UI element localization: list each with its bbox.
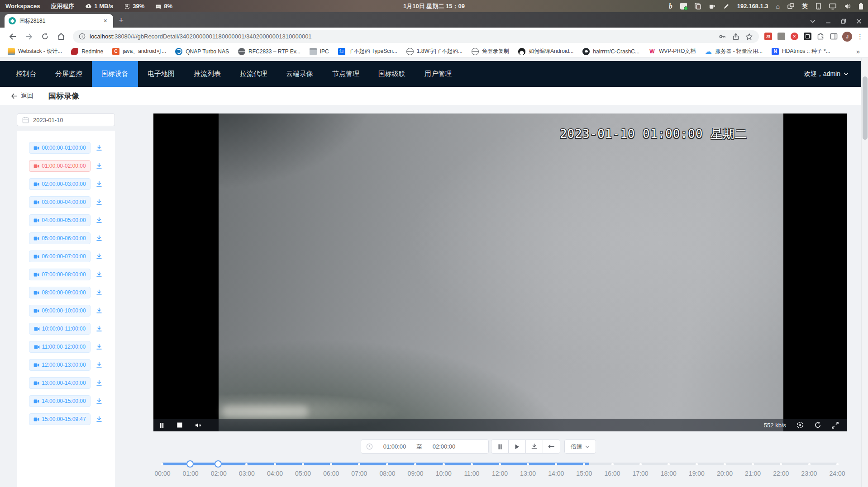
range-end-input[interactable] — [422, 443, 466, 450]
bookmark-item[interactable]: IPC — [305, 47, 333, 57]
download-icon[interactable] — [95, 397, 103, 405]
seek-back-button[interactable] — [543, 440, 560, 454]
recording-segment-button[interactable]: 01:00:00-02:00:00 — [29, 160, 91, 172]
browser-menu-icon[interactable]: ⋮ — [857, 33, 863, 41]
coffee-icon[interactable] — [709, 3, 715, 9]
profile-avatar[interactable]: J — [842, 32, 852, 42]
pause-icon[interactable] — [159, 422, 164, 428]
home-icon[interactable]: ⌂ — [776, 3, 780, 10]
nav-item[interactable]: 电子地图 — [138, 61, 184, 87]
nav-item[interactable]: 控制台 — [6, 61, 46, 87]
ip-address[interactable]: 192.168.1.3 — [737, 3, 768, 9]
nav-item[interactable]: 国标级联 — [369, 61, 415, 87]
reload-icon[interactable] — [41, 33, 49, 40]
extensions-puzzle-icon[interactable] — [817, 33, 825, 40]
download-button[interactable] — [525, 440, 543, 454]
dark-extension-icon[interactable] — [804, 33, 811, 40]
clipboard-icon[interactable] — [695, 3, 701, 9]
site-info-icon[interactable] — [79, 33, 86, 40]
recording-segment-button[interactable]: 02:00:00-03:00:00 — [29, 178, 91, 190]
pen-icon[interactable] — [723, 3, 730, 9]
window-switcher-icon[interactable] — [787, 3, 794, 9]
scrollbar-thumb[interactable] — [863, 76, 868, 140]
recording-segment-button[interactable]: 10:00:00-11:00:00 — [29, 323, 91, 335]
keepass-extension-icon[interactable] — [777, 33, 785, 40]
stop-icon[interactable] — [177, 422, 182, 428]
download-icon[interactable] — [95, 217, 103, 224]
new-tab-button[interactable]: + — [119, 15, 124, 25]
bookmark-star-icon[interactable] — [745, 33, 753, 40]
bookmark-item[interactable]: 1.8W字|了不起的... — [402, 46, 467, 57]
bookmark-item[interactable]: HDAtmos :: 种子 *... — [768, 46, 835, 57]
back-icon[interactable] — [9, 33, 17, 40]
nav-item[interactable]: 分屏监控 — [46, 61, 92, 87]
workspaces-button[interactable]: Workspaces — [5, 3, 40, 9]
bookmark-item[interactable]: 了不起的 TypeScri... — [334, 46, 401, 57]
forward-icon[interactable] — [25, 33, 33, 40]
timeline-handle-start[interactable] — [186, 460, 194, 468]
recording-segment-button[interactable]: 06:00:00-07:00:00 — [29, 251, 91, 262]
bookmark-item[interactable]: 服务器 - 轻量应用... — [701, 46, 767, 57]
recording-segment-button[interactable]: 03:00:00-04:00:00 — [29, 196, 91, 208]
bookmark-item[interactable]: RFC2833 – RTP Ev... — [234, 47, 305, 57]
mute-icon[interactable] — [195, 422, 202, 428]
timeline-handle-end[interactable] — [215, 460, 222, 468]
input-method-indicator[interactable]: 英 — [802, 2, 808, 10]
volume-icon[interactable] — [844, 3, 851, 9]
recording-segment-button[interactable]: 15:00:00-15:09:47 — [29, 413, 91, 425]
applications-button[interactable]: 应用程序 — [51, 2, 74, 10]
download-icon[interactable] — [95, 199, 103, 206]
cpu-indicator[interactable]: 39% — [124, 3, 144, 9]
nav-item[interactable]: 用户管理 — [415, 61, 461, 87]
share-icon[interactable] — [732, 33, 739, 40]
recording-segment-button[interactable]: 12:00:00-13:00:00 — [29, 359, 91, 371]
recording-segment-button[interactable]: 08:00:00-09:00:00 — [29, 287, 91, 298]
bookmark-item[interactable]: hairrrrr/C-CrashC... — [578, 47, 644, 57]
window-minimize-button[interactable] — [825, 19, 831, 24]
nav-item[interactable]: 节点管理 — [323, 61, 369, 87]
tab-search-icon[interactable] — [810, 19, 816, 23]
recording-segment-button[interactable]: 09:00:00-10:00:00 — [29, 305, 91, 317]
bookmark-item[interactable]: 免登录复制 — [467, 46, 513, 57]
fullscreen-icon[interactable] — [832, 422, 839, 429]
nav-item[interactable]: 云端录像 — [277, 61, 323, 87]
bookmark-item[interactable]: Redmine — [67, 47, 107, 57]
address-bar[interactable]: localhost:38080/#/gbRecordDetail/3402000… — [73, 30, 759, 43]
download-icon[interactable] — [95, 307, 103, 314]
download-icon[interactable] — [95, 325, 103, 332]
window-close-button[interactable] — [856, 19, 862, 24]
memory-indicator[interactable]: 8% — [155, 3, 172, 9]
user-menu[interactable]: 欢迎，admin — [804, 70, 849, 78]
download-icon[interactable] — [95, 416, 103, 423]
download-icon[interactable] — [95, 253, 103, 260]
recording-segment-button[interactable]: 14:00:00-15:00:00 — [29, 395, 91, 407]
bookmark-item[interactable]: 如何编译Android... — [514, 46, 577, 57]
download-icon[interactable] — [95, 162, 103, 170]
notifier-app-icon[interactable] — [680, 3, 687, 9]
play-button[interactable] — [508, 440, 526, 454]
snapshot-icon[interactable] — [796, 421, 804, 429]
bookmark-item[interactable]: WVP-PRO文档 — [644, 46, 700, 57]
bing-icon[interactable]: b — [669, 2, 672, 10]
download-icon[interactable] — [95, 235, 103, 242]
window-restore-button[interactable] — [841, 19, 846, 24]
bookmark-item[interactable]: QNAP Turbo NAS — [171, 47, 233, 57]
recording-segment-button[interactable]: 05:00:00-06:00:00 — [29, 232, 91, 244]
recording-segment-button[interactable]: 04:00:00-05:00:00 — [29, 214, 91, 226]
bookmarks-overflow-icon[interactable]: » — [856, 47, 864, 55]
pause-button[interactable] — [491, 440, 509, 454]
bookmark-item[interactable]: Webstack - 设计... — [4, 46, 66, 57]
recording-segment-button[interactable]: 11:00:00-12:00:00 — [29, 341, 91, 353]
recording-segment-button[interactable]: 07:00:00-08:00:00 — [29, 269, 91, 280]
download-icon[interactable] — [95, 271, 103, 278]
recording-segment-button[interactable]: 00:00:00-01:00:00 — [29, 142, 91, 154]
download-icon[interactable] — [95, 289, 103, 296]
refresh-icon[interactable] — [814, 421, 821, 429]
page-scrollbar[interactable] — [861, 58, 868, 487]
download-icon[interactable] — [95, 180, 103, 188]
download-icon[interactable] — [95, 361, 103, 369]
recording-segment-button[interactable]: 13:00:00-14:00:00 — [29, 377, 91, 389]
bookmark-item[interactable]: java、android可... — [108, 46, 170, 57]
nav-item[interactable]: 推流列表 — [184, 61, 230, 87]
time-range-picker[interactable]: 至 — [361, 440, 489, 454]
